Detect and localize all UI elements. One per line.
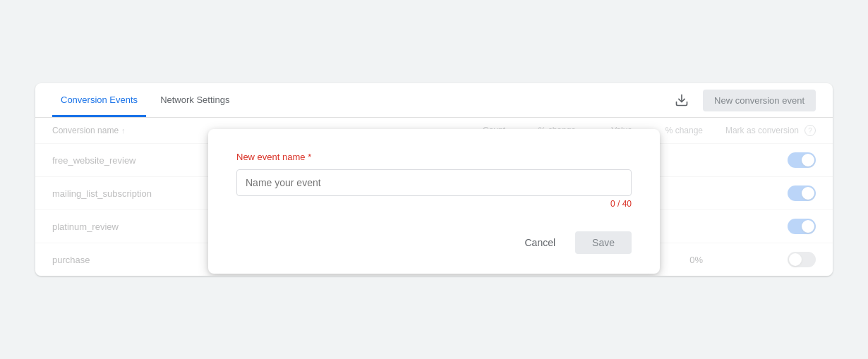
event-name-input[interactable] <box>246 177 622 188</box>
new-conversion-event-button[interactable]: New conversion event <box>703 90 816 111</box>
cancel-button[interactable]: Cancel <box>513 231 567 254</box>
tabs-bar: Conversion Events Network Settings New c… <box>35 83 833 118</box>
modal-overlay: New event name * 0 / 40 Cancel Save <box>35 122 833 276</box>
main-container: Conversion Events Network Settings New c… <box>35 83 833 276</box>
tab-conversion-events[interactable]: Conversion Events <box>52 83 146 117</box>
modal-event-name-label: New event name * <box>236 152 632 162</box>
download-button[interactable] <box>669 87 694 113</box>
char-count: 0 / 40 <box>236 199 632 209</box>
modal-actions: Cancel Save <box>236 231 632 254</box>
modal-card: New event name * 0 / 40 Cancel Save <box>208 129 660 274</box>
tab-actions: New conversion event <box>669 87 816 113</box>
tab-network-settings[interactable]: Network Settings <box>152 83 238 117</box>
save-button[interactable]: Save <box>575 231 632 254</box>
modal-input-wrapper <box>236 169 632 196</box>
